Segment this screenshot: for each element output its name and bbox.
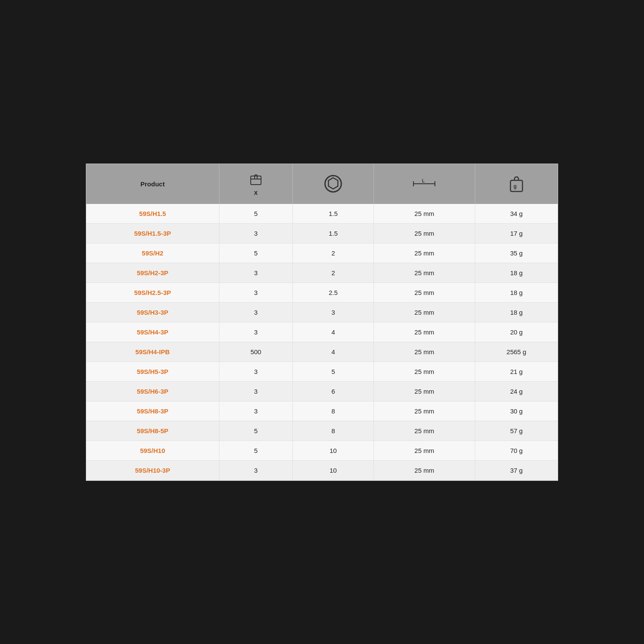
quantity-cell: 500 — [219, 342, 292, 361]
weight-cell: 18 g — [475, 263, 558, 283]
product-table: Product — [86, 164, 558, 480]
table-row: 59S/H6-3P3625 mm24 g — [86, 381, 558, 401]
table-row: 59S/H4-IPB500425 mm2565 g — [86, 342, 558, 361]
length-icon-cell: L — [378, 179, 470, 188]
weight-cell: 21 g — [475, 361, 558, 381]
quantity-cell: 3 — [219, 302, 292, 322]
weight-cell: 35 g — [475, 243, 558, 263]
product-name-cell[interactable]: 59S/H8-5P — [86, 421, 219, 440]
length-cell: 25 mm — [374, 283, 475, 302]
length-cell: 25 mm — [374, 302, 475, 322]
table-row: 59S/H4-3P3425 mm20 g — [86, 322, 558, 342]
length-cell: 25 mm — [374, 361, 475, 381]
col-product-header: Product — [86, 164, 219, 204]
col-weight-header: g — [475, 164, 558, 204]
quantity-cell: 3 — [219, 263, 292, 283]
table-row: 59S/H3-3P3325 mm18 g — [86, 302, 558, 322]
quantity-cell: 5 — [219, 243, 292, 263]
weight-cell: 34 g — [475, 204, 558, 224]
svg-text:g: g — [513, 183, 516, 189]
product-name-cell[interactable]: 59S/H4-3P — [86, 322, 219, 342]
table-row: 59S/H2-3P3225 mm18 g — [86, 263, 558, 283]
length-cell: 25 mm — [374, 243, 475, 263]
page-wrapper: Product — [0, 0, 644, 644]
table-row: 59S/H2.5-3P32.525 mm18 g — [86, 283, 558, 302]
product-name-cell[interactable]: 59S/H1.5-3P — [86, 223, 219, 243]
table-body: 59S/H1.551.525 mm34 g59S/H1.5-3P31.525 m… — [86, 204, 558, 480]
size-cell: 8 — [293, 401, 374, 421]
size-cell: 1.5 — [293, 204, 374, 224]
size-cell: 4 — [293, 342, 374, 361]
weight-cell: 17 g — [475, 223, 558, 243]
weight-cell: 70 g — [475, 440, 558, 460]
length-cell: 25 mm — [374, 401, 475, 421]
size-cell: 6 — [293, 381, 374, 401]
svg-text:L: L — [422, 179, 425, 183]
quantity-cell: 3 — [219, 223, 292, 243]
size-cell: 8 — [293, 421, 374, 440]
size-cell: 10 — [293, 440, 374, 460]
length-cell: 25 mm — [374, 460, 475, 480]
quantity-cell: 3 — [219, 283, 292, 302]
product-name-cell[interactable]: 59S/H4-IPB — [86, 342, 219, 361]
product-name-cell[interactable]: 59S/H10 — [86, 440, 219, 460]
weight-cell: 2565 g — [475, 342, 558, 361]
size-cell: 2 — [293, 263, 374, 283]
length-cell: 25 mm — [374, 421, 475, 440]
quantity-cell: 3 — [219, 381, 292, 401]
col-size-header — [293, 164, 374, 204]
col-length-header: L — [374, 164, 475, 204]
weight-cell: 37 g — [475, 460, 558, 480]
table-row: 59S/H1.5-3P31.525 mm17 g — [86, 223, 558, 243]
socket-icon — [324, 174, 343, 193]
length-cell: 25 mm — [374, 204, 475, 224]
quantity-icon-cell: X — [224, 172, 288, 196]
weight-cell: 57 g — [475, 421, 558, 440]
quantity-cell: 3 — [219, 401, 292, 421]
length-icon: L — [411, 179, 437, 188]
quantity-cell: 3 — [219, 322, 292, 342]
length-cell: 25 mm — [374, 342, 475, 361]
weight-cell: 20 g — [475, 322, 558, 342]
product-name-cell[interactable]: 59S/H2.5-3P — [86, 283, 219, 302]
weight-cell: 24 g — [475, 381, 558, 401]
product-name-cell[interactable]: 59S/H1.5 — [86, 204, 219, 224]
product-name-cell[interactable]: 59S/H3-3P — [86, 302, 219, 322]
product-name-cell[interactable]: 59S/H8-3P — [86, 401, 219, 421]
product-name-cell[interactable]: 59S/H5-3P — [86, 361, 219, 381]
weight-cell: 18 g — [475, 302, 558, 322]
size-cell: 2 — [293, 243, 374, 263]
product-name-cell[interactable]: 59S/H2-3P — [86, 263, 219, 283]
weight-cell: 30 g — [475, 401, 558, 421]
length-cell: 25 mm — [374, 223, 475, 243]
table-row: 59S/H1.551.525 mm34 g — [86, 204, 558, 224]
table-row: 59S/H5-3P3525 mm21 g — [86, 361, 558, 381]
length-cell: 25 mm — [374, 322, 475, 342]
table-row: 59S/H8-3P3825 mm30 g — [86, 401, 558, 421]
table-row: 59S/H1051025 mm70 g — [86, 440, 558, 460]
size-cell: 5 — [293, 361, 374, 381]
size-cell: 3 — [293, 302, 374, 322]
table-container: Product — [86, 164, 558, 481]
svg-marker-5 — [328, 178, 338, 189]
product-name-cell[interactable]: 59S/H2 — [86, 243, 219, 263]
length-cell: 25 mm — [374, 263, 475, 283]
quantity-cell: 3 — [219, 460, 292, 480]
weight-cell: 18 g — [475, 283, 558, 302]
quantity-cell: 5 — [219, 440, 292, 460]
table-row: 59S/H25225 mm35 g — [86, 243, 558, 263]
size-cell: 10 — [293, 460, 374, 480]
size-cell: 4 — [293, 322, 374, 342]
product-name-cell[interactable]: 59S/H6-3P — [86, 381, 219, 401]
length-cell: 25 mm — [374, 440, 475, 460]
quantity-cell: 5 — [219, 204, 292, 224]
size-cell: 1.5 — [293, 223, 374, 243]
quantity-cell: 3 — [219, 361, 292, 381]
table-row: 59S/H10-3P31025 mm37 g — [86, 460, 558, 480]
product-name-cell[interactable]: 59S/H10-3P — [86, 460, 219, 480]
table-header-row: Product — [86, 164, 558, 204]
quantity-cell: 5 — [219, 421, 292, 440]
size-icon-cell — [297, 174, 369, 193]
quantity-col-label: X — [254, 190, 258, 196]
length-cell: 25 mm — [374, 381, 475, 401]
